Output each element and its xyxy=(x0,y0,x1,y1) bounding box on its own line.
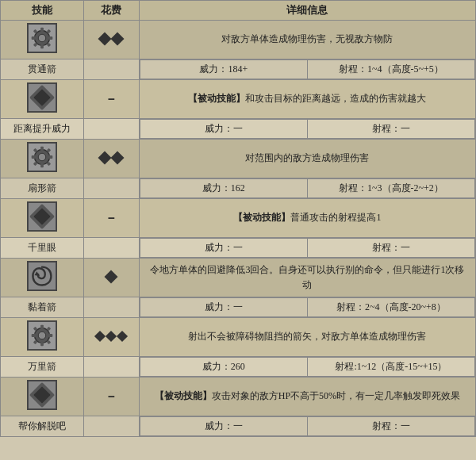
stat-range: 射程：1~3（高度-2~+2） xyxy=(307,179,474,198)
skill-detail-cell: 射出不会被障碍物阻挡的箭矢，对敌方单体造成物理伤害 xyxy=(139,318,475,357)
cost-diamonds xyxy=(99,33,123,44)
cost-diamonds xyxy=(95,332,127,341)
skill-icon-cell xyxy=(1,318,84,357)
skill-stats-row: 万里箭威力：260射程:1~12（高度-15~+15） xyxy=(1,357,476,378)
skill-stats-detail: 威力：162射程：1~3（高度-2~+2） xyxy=(139,178,475,199)
header-skill: 技能 xyxy=(1,1,84,21)
svg-rect-22 xyxy=(40,147,44,151)
skill-name: 距离提升威力 xyxy=(1,119,84,140)
skill-cost-cell: － xyxy=(83,80,139,119)
cost-dash: － xyxy=(105,389,117,403)
svg-rect-44 xyxy=(40,325,44,330)
svg-point-43 xyxy=(38,332,46,339)
skill-stats-cost-empty xyxy=(83,297,139,318)
skill-icon-cell xyxy=(1,80,84,119)
svg-point-3 xyxy=(38,34,46,42)
skill-name: 黏着箭 xyxy=(1,297,84,318)
svg-rect-7 xyxy=(48,36,53,40)
skill-icon-cell xyxy=(1,21,84,59)
skill-icon-row: 射出不会被障碍物阻挡的箭矢，对敌方单体造成物理伤害 xyxy=(1,318,476,357)
skill-cost-cell xyxy=(83,140,139,178)
skill-icon-cell xyxy=(1,259,84,297)
skill-stats-cost-empty xyxy=(83,59,139,80)
svg-rect-5 xyxy=(40,44,44,49)
stat-power: 威力：一 xyxy=(140,120,307,139)
detail-text: 对范围内的敌方造成物理伤害 xyxy=(245,152,369,163)
skill-detail-cell: 【被动技能】普通攻击的射程提高1 xyxy=(139,199,475,238)
stat-power: 威力：184+ xyxy=(140,60,307,79)
skill-name: 帮你解脱吧 xyxy=(1,416,84,437)
skill-detail-cell: 令地方单体的回避降低3回合。自身还可以执行别的命令，但只能进行1次移动 xyxy=(139,259,475,297)
skill-cost-cell xyxy=(83,21,139,59)
skill-stats-cost-empty xyxy=(83,119,139,140)
skill-icon-cell xyxy=(1,378,84,416)
header-detail: 详细信息 xyxy=(139,1,475,21)
stat-power: 威力：162 xyxy=(140,179,307,198)
cost-diamonds xyxy=(99,152,123,163)
skill-stats-detail: 威力：一射程：一 xyxy=(139,119,475,140)
detail-text: 和攻击目标的距离越远，造成的伤害就越大 xyxy=(245,93,426,104)
stat-range: 射程：一 xyxy=(307,417,474,436)
stat-range: 射程：一 xyxy=(307,239,474,258)
stat-power: 威力：一 xyxy=(140,239,307,258)
skill-stats-detail: 威力：一射程：2~4（高度-20~+8） xyxy=(139,297,475,318)
skill-cost-cell: － xyxy=(83,378,139,416)
cost-dash: － xyxy=(105,92,117,105)
skill-detail-cell: 对敌方单体造成物理伤害，无视敌方物防 xyxy=(139,21,475,59)
stat-range: 射程：一 xyxy=(307,120,474,139)
svg-rect-23 xyxy=(40,163,44,168)
svg-rect-6 xyxy=(32,36,36,40)
skill-cost-cell xyxy=(83,259,139,297)
skill-stats-row: 距离提升威力威力：一射程：一 xyxy=(1,119,476,140)
skill-icon-row: －【被动技能】和攻击目标的距离越远，造成的伤害就越大 xyxy=(1,80,476,119)
skill-icon-cell xyxy=(1,140,84,178)
skill-name: 千里眼 xyxy=(1,238,84,259)
stat-power: 威力：260 xyxy=(140,358,307,377)
skill-icon-row: 令地方单体的回避降低3回合。自身还可以执行别的命令，但只能进行1次移动 xyxy=(1,259,476,297)
detail-text: 对敌方单体造成物理伤害，无视敌方物防 xyxy=(221,33,393,44)
skill-stats-cost-empty xyxy=(83,357,139,378)
skill-stats-detail: 威力：260射程:1~12（高度-15~+15） xyxy=(139,357,475,378)
passive-tag: 【被动技能】 xyxy=(188,93,245,104)
detail-text: 令地方单体的回避降低3回合。自身还可以执行别的命令，但只能进行1次移动 xyxy=(150,264,464,290)
skill-icon-row: 对范围内的敌方造成物理伤害 xyxy=(1,140,476,178)
skills-table: 技能 花费 详细信息 对敌方单体造成物理伤害，无视敌方物防贯通箭威力：184+射… xyxy=(0,0,476,437)
skill-cost-cell: － xyxy=(83,199,139,238)
skill-stats-row: 帮你解脱吧威力：一射程：一 xyxy=(1,416,476,437)
stat-range: 射程：2~4（高度-20~+8） xyxy=(307,298,474,317)
stat-range: 射程：1~4（高度-5~+5） xyxy=(307,60,474,79)
cost-dash: － xyxy=(105,211,117,224)
skill-stats-row: 黏着箭威力：一射程：2~4（高度-20~+8） xyxy=(1,297,476,318)
skill-stats-row: 千里眼威力：一射程：一 xyxy=(1,238,476,259)
skill-icon-row: －【被动技能】攻击对象的敌方HP不高于50%时，有一定几率触发即死效果 xyxy=(1,378,476,416)
cost-diamonds xyxy=(106,271,117,282)
skill-stats-row: 扇形箭威力：162射程：1~3（高度-2~+2） xyxy=(1,178,476,199)
svg-rect-25 xyxy=(48,155,53,159)
stat-power: 威力：一 xyxy=(140,298,307,317)
skill-stats-detail: 威力：一射程：一 xyxy=(139,416,475,437)
detail-text: 射出不会被障碍物阻挡的箭矢，对敌方单体造成物理伤害 xyxy=(188,331,426,342)
stat-range: 射程:1~12（高度-15~+15） xyxy=(307,358,474,377)
skill-detail-cell: 【被动技能】攻击对象的敌方HP不高于50%时，有一定几率触发即死效果 xyxy=(139,378,475,416)
passive-tag: 【被动技能】 xyxy=(155,390,212,401)
skill-detail-cell: 【被动技能】和攻击目标的距离越远，造成的伤害就越大 xyxy=(139,80,475,119)
skill-stats-row: 贯通箭威力：184+射程：1~4（高度-5~+5） xyxy=(1,59,476,80)
skill-icon-cell xyxy=(1,199,84,238)
skill-icon-row: －【被动技能】普通攻击的射程提高1 xyxy=(1,199,476,238)
svg-rect-47 xyxy=(48,334,53,337)
passive-tag: 【被动技能】 xyxy=(233,212,290,223)
skill-stats-cost-empty xyxy=(83,238,139,259)
header-cost: 花费 xyxy=(83,1,139,21)
svg-rect-45 xyxy=(40,342,44,347)
detail-text: 攻击对象的敌方HP不高于50%时，有一定几率触发即死效果 xyxy=(212,390,460,401)
svg-point-21 xyxy=(38,153,46,161)
skill-stats-detail: 威力：184+射程：1~4（高度-5~+5） xyxy=(139,59,475,80)
skill-stats-cost-empty xyxy=(83,178,139,199)
skill-name: 万里箭 xyxy=(1,357,84,378)
stat-power: 威力：一 xyxy=(140,417,307,436)
skill-detail-cell: 对范围内的敌方造成物理伤害 xyxy=(139,140,475,178)
skill-name: 扇形箭 xyxy=(1,178,84,199)
skill-name: 贯通箭 xyxy=(1,59,84,80)
detail-text: 普通攻击的射程提高1 xyxy=(290,212,381,223)
svg-rect-4 xyxy=(40,28,44,33)
